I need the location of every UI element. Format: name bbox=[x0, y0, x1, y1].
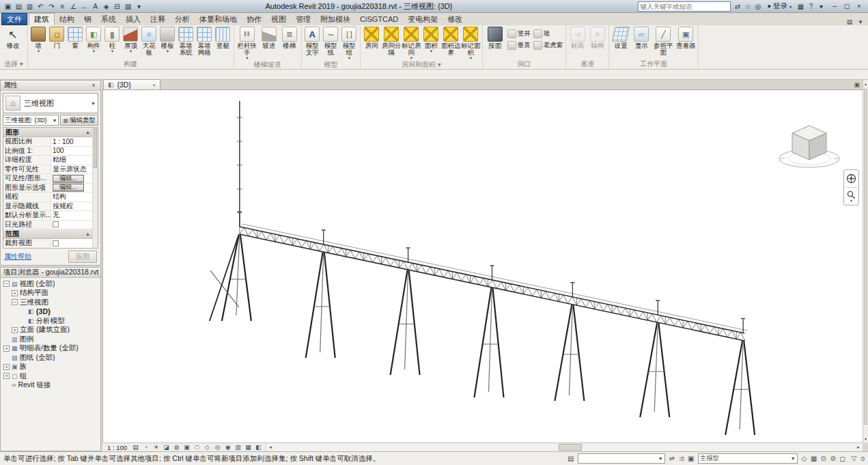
detail-level-icon[interactable]: ▤ bbox=[130, 443, 141, 451]
filter-icon[interactable]: ▽ bbox=[850, 454, 859, 464]
ribbon-tab-massing-site[interactable]: 体量和场地 bbox=[195, 13, 242, 25]
tree-item-legends[interactable]: ▥图例 bbox=[1, 335, 100, 344]
ribbon-button-ceiling[interactable]: 天花板 bbox=[140, 26, 158, 56]
property-grid-scrollbar[interactable] bbox=[92, 128, 98, 248]
ribbon-tab-view[interactable]: 视图 bbox=[266, 13, 291, 25]
scroll-right-icon[interactable]: ▸ bbox=[854, 445, 863, 450]
save-icon[interactable]: ▥ bbox=[25, 1, 35, 12]
instance-selector-combo[interactable]: 三维视图: {3D} ▼ bbox=[3, 115, 59, 126]
ribbon-tab-insert[interactable]: 插入 bbox=[121, 13, 145, 25]
section-collapse-icon[interactable]: ▲ bbox=[85, 231, 90, 236]
ribbon-tab-cisgtcad[interactable]: CiSGTCAD bbox=[355, 13, 403, 25]
ribbon-tab-architecture[interactable]: 建筑 bbox=[29, 13, 55, 25]
scrollbar-thumb[interactable] bbox=[559, 444, 582, 451]
ribbon-button-wall[interactable]: 墙▾ bbox=[29, 26, 48, 53]
ribbon-tab-substation-frame[interactable]: 变电构架 bbox=[403, 13, 443, 25]
show-crop-region-icon[interactable]: □ bbox=[192, 443, 202, 451]
active-workset-combo[interactable]: ▼ bbox=[578, 453, 665, 464]
property-section-graphics[interactable]: 图形▲ bbox=[3, 128, 92, 137]
ribbon-button-viewer[interactable]: 查看器 bbox=[675, 26, 697, 49]
tree-item-sheets[interactable]: ▧图纸 (全部) bbox=[1, 353, 100, 363]
communication-center-icon[interactable]: ◎ bbox=[753, 1, 764, 12]
tree-toggle-icon[interactable]: + bbox=[12, 327, 18, 333]
ribbon-button-shaft[interactable]: 竖井 bbox=[507, 28, 531, 39]
ribbon-button-tag-area[interactable]: 标记面积▾ bbox=[461, 26, 481, 60]
search-input[interactable] bbox=[641, 3, 731, 10]
select-pinned-toggle-icon[interactable]: ⊙ bbox=[819, 454, 828, 464]
tree-item-view-3d[interactable]: ◧{3D} bbox=[1, 307, 100, 317]
model-canvas[interactable]: ▾ bbox=[102, 90, 863, 442]
type-selector[interactable]: ⌂ 三维视图 ▼ bbox=[3, 93, 98, 113]
tree-item-families[interactable]: +▣族 bbox=[1, 363, 100, 372]
edit-type-button[interactable]: ▦ 编辑类型 bbox=[60, 115, 98, 126]
ribbon-button-model-line[interactable]: 模型线 bbox=[322, 26, 340, 56]
favorites-icon[interactable]: ☆ bbox=[743, 1, 753, 12]
ribbon-button-dormer[interactable]: 老虎窗 bbox=[533, 40, 563, 51]
open-icon[interactable]: ▤ bbox=[14, 1, 24, 12]
default-3d-view-icon[interactable]: ◈ bbox=[101, 1, 111, 12]
ribbon-button-room-separator[interactable]: 房间分隔 bbox=[382, 26, 402, 56]
measure-icon[interactable]: ∠ bbox=[68, 1, 79, 12]
ribbon-button-area-boundary[interactable]: 面积边界 bbox=[441, 26, 461, 56]
property-section-extents[interactable]: 范围▲ bbox=[3, 229, 92, 239]
design-options-icon[interactable]: ▣ bbox=[686, 454, 696, 464]
select-links-toggle-icon[interactable]: ◇ bbox=[800, 454, 809, 464]
scroll-up-icon[interactable]: ▴ bbox=[865, 80, 867, 87]
rendering-icon[interactable]: ◍ bbox=[171, 443, 182, 451]
zoom-icon[interactable]: ▾ bbox=[845, 190, 858, 203]
ribbon-button-modify[interactable]: 修改 bbox=[1, 26, 25, 49]
ribbon-button-tag-room[interactable]: 标记房间▾ bbox=[402, 26, 421, 60]
sign-in-button[interactable]: ● 登录 ▾ bbox=[766, 1, 794, 11]
tree-toggle-icon[interactable]: − bbox=[12, 299, 18, 305]
reveal-hidden-elements-icon[interactable]: ◉ bbox=[223, 443, 233, 451]
shadows-icon[interactable]: ◪ bbox=[161, 443, 171, 451]
ribbon-display-arrow-icon[interactable]: ▾ bbox=[856, 18, 865, 25]
ribbon-button-curtain-system[interactable]: 幕墙系统 bbox=[177, 26, 195, 56]
ribbon-tab-analyze[interactable]: 分析 bbox=[170, 13, 195, 25]
close-icon[interactable]: × bbox=[89, 82, 98, 89]
scrollbar-thumb[interactable] bbox=[94, 128, 97, 168]
app-store-icon[interactable]: ▦ bbox=[796, 1, 806, 12]
active-design-option-combo[interactable]: 主模型▼ bbox=[698, 453, 798, 464]
tab-list-icon[interactable]: ▣ bbox=[851, 81, 863, 89]
view-cube[interactable] bbox=[775, 117, 843, 175]
worksets-icon[interactable]: ▤ bbox=[566, 454, 576, 464]
ribbon-tab-modify[interactable]: 修改 bbox=[443, 13, 467, 25]
tree-toggle-icon[interactable]: + bbox=[3, 364, 10, 370]
apply-button[interactable]: 应用 bbox=[68, 251, 97, 263]
properties-help-link[interactable]: 属性帮助 bbox=[4, 252, 31, 262]
ribbon-button-vertical-opening[interactable]: 垂直 bbox=[507, 40, 531, 51]
ribbon-button-show-work-plane[interactable]: 显示 bbox=[631, 26, 652, 49]
scale-button[interactable]: 1 : 100 bbox=[104, 444, 130, 451]
horizontal-scrollbar[interactable]: ◂ ▸ bbox=[266, 443, 863, 451]
temporary-view-properties-icon[interactable]: ▥ bbox=[233, 443, 243, 451]
select-underlay-toggle-icon[interactable]: ▦ bbox=[809, 454, 819, 464]
unlocked-view-icon[interactable]: ◇ bbox=[202, 443, 212, 451]
tree-toggle-icon[interactable]: − bbox=[3, 281, 10, 287]
ribbon-tab-systems[interactable]: 系统 bbox=[96, 13, 121, 25]
ribbon-button-column[interactable]: 柱▾ bbox=[103, 26, 122, 53]
help-menu-arrow-icon[interactable]: ▾ bbox=[816, 1, 826, 12]
tree-toggle-icon[interactable]: + bbox=[3, 373, 10, 379]
ribbon-button-model-text[interactable]: 模型文字 bbox=[303, 26, 322, 56]
text-icon[interactable]: A bbox=[90, 1, 100, 12]
ribbon-button-set-work-plane[interactable]: 设置 bbox=[611, 26, 631, 49]
edit-button[interactable]: 编辑... bbox=[53, 175, 84, 182]
steering-wheel-icon[interactable] bbox=[845, 172, 858, 185]
properties-header[interactable]: 属性 × bbox=[1, 81, 100, 91]
3d-structural-model[interactable] bbox=[103, 90, 863, 442]
ribbon-tab-structure[interactable]: 结构 bbox=[55, 13, 79, 25]
navigation-bar[interactable]: ▾ bbox=[843, 169, 859, 206]
ribbon-button-area[interactable]: 面积▾ bbox=[421, 26, 441, 53]
checkbox[interactable] bbox=[53, 221, 59, 227]
section-icon[interactable]: ⊟ bbox=[112, 1, 122, 12]
ribbon-button-door[interactable]: 门 bbox=[48, 26, 66, 49]
exchange-apps-icon[interactable]: ⇄ bbox=[733, 1, 743, 12]
ribbon-tab-annotate[interactable]: 注释 bbox=[145, 13, 170, 25]
ribbon-tab-steel[interactable]: 钢 bbox=[79, 13, 96, 25]
thin-lines-icon[interactable]: ▨ bbox=[123, 1, 133, 12]
ribbon-button-by-face[interactable]: 按面 bbox=[484, 26, 506, 49]
highlight-displacement-icon[interactable]: ◧ bbox=[253, 443, 264, 451]
scrollbar-thumb[interactable] bbox=[864, 89, 867, 425]
ribbon-button-reference-plane[interactable]: 参照平面 bbox=[652, 26, 675, 56]
